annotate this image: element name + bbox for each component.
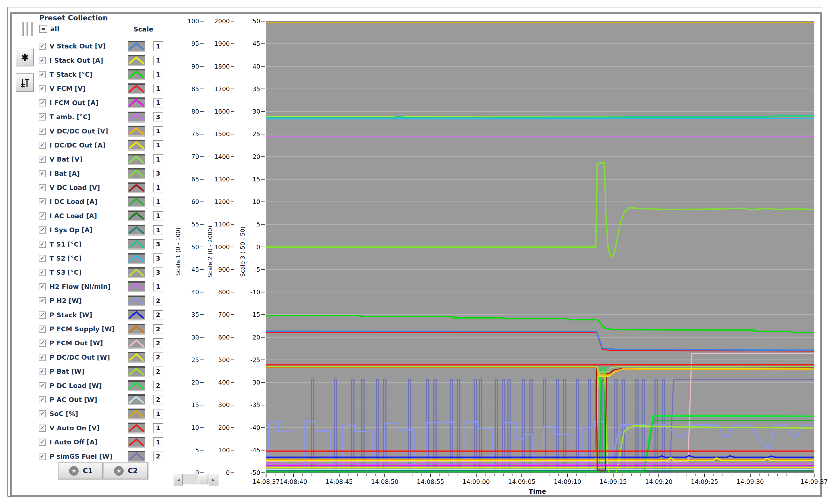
svg-text:10: 10 [191,424,199,431]
svg-text:14:09:25: 14:09:25 [691,478,718,485]
svg-text:14:08:40: 14:08:40 [280,478,307,485]
svg-text:55: 55 [191,221,199,228]
svg-text:35: 35 [253,86,260,92]
svg-text:-30: -30 [250,379,260,386]
svg-text:30: 30 [191,334,199,341]
scrollbar-thumb[interactable] [198,474,208,484]
svg-text:14:09:15: 14:09:15 [599,478,627,485]
scroll-left-arrow-icon[interactable]: ◄ [173,474,183,485]
svg-text:10: 10 [253,198,260,205]
svg-text:14:09:30: 14:09:30 [737,478,764,485]
svg-text:1100: 1100 [214,221,230,228]
svg-text:14:09:20: 14:09:20 [645,478,672,485]
svg-text:20: 20 [191,379,199,386]
svg-text:14:08:45: 14:08:45 [325,478,353,485]
svg-text:14:09:00: 14:09:00 [462,478,490,485]
svg-text:14:09:05: 14:09:05 [508,478,535,485]
svg-text:60: 60 [191,198,199,205]
svg-text:0: 0 [256,244,260,251]
svg-text:-40: -40 [250,424,260,431]
svg-text:500: 500 [218,356,230,364]
svg-text:30: 30 [253,108,260,115]
svg-text:65: 65 [191,176,199,183]
svg-text:14:09:10: 14:09:10 [554,478,581,485]
svg-text:-25: -25 [250,356,260,364]
svg-text:400: 400 [218,379,230,386]
svg-text:-50: -50 [250,469,260,476]
svg-text:100: 100 [218,447,230,454]
svg-text:200: 200 [218,424,230,431]
svg-text:0: 0 [226,469,230,476]
time-scrollbar: ◄ ► [173,474,218,484]
svg-text:15: 15 [253,176,260,183]
y-axis-2-caption: Scale 2 (0 - 2000) [207,226,213,278]
svg-text:14:08:50: 14:08:50 [371,478,398,485]
svg-text:300: 300 [218,402,230,408]
svg-text:75: 75 [191,131,199,137]
svg-text:5: 5 [195,447,199,454]
svg-text:25: 25 [191,356,199,364]
svg-text:5: 5 [256,221,260,228]
svg-text:-45: -45 [250,447,260,454]
svg-text:700: 700 [218,311,230,318]
svg-text:600: 600 [218,334,230,341]
svg-text:1700: 1700 [214,86,230,92]
svg-text:40: 40 [191,289,199,295]
y-axis-1-caption: Scale 1 (0 - 100) [175,227,181,276]
y-axis-3-caption: Scale 3 (-50 - 50) [240,226,246,277]
x-axis-title: Time [529,488,546,495]
svg-text:45: 45 [191,266,199,273]
svg-text:14:08:55: 14:08:55 [417,478,444,485]
svg-text:1500: 1500 [214,131,230,137]
svg-text:70: 70 [191,153,199,160]
svg-text:1200: 1200 [214,198,230,205]
svg-text:-15: -15 [250,311,260,318]
scroll-right-arrow-icon[interactable]: ► [209,474,218,485]
chart-plot: 1009590858075706560555045403530252015105… [0,0,830,504]
svg-text:14:08:37: 14:08:37 [252,478,280,485]
scrollbar-track[interactable] [183,474,209,484]
svg-text:40: 40 [253,63,260,70]
svg-text:45: 45 [253,40,260,47]
svg-text:1400: 1400 [214,153,230,160]
svg-text:-35: -35 [250,402,260,408]
svg-text:25: 25 [253,131,260,137]
svg-text:1800: 1800 [214,63,230,70]
svg-text:100: 100 [187,18,199,25]
svg-text:15: 15 [191,402,199,408]
svg-text:1000: 1000 [214,244,230,251]
svg-text:1600: 1600 [214,108,230,115]
svg-text:1300: 1300 [214,176,230,183]
svg-text:2000: 2000 [214,18,230,25]
svg-text:-20: -20 [250,334,260,341]
svg-text:-5: -5 [254,266,260,273]
svg-text:900: 900 [218,266,230,273]
svg-text:800: 800 [218,289,230,295]
svg-text:95: 95 [191,40,199,47]
svg-text:14:09:37: 14:09:37 [800,478,828,485]
svg-text:1900: 1900 [214,40,230,47]
svg-text:50: 50 [253,18,260,25]
svg-text:80: 80 [191,108,199,115]
svg-text:35: 35 [191,311,199,318]
svg-text:90: 90 [191,63,199,70]
svg-text:-10: -10 [250,289,260,295]
svg-text:85: 85 [191,86,199,92]
svg-text:20: 20 [253,153,260,160]
svg-text:50: 50 [191,244,199,251]
